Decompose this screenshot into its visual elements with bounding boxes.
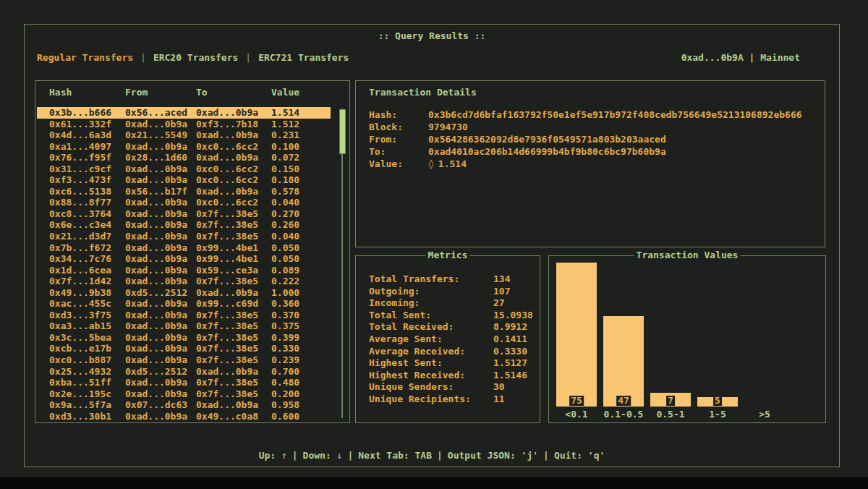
table-cell: 0xc0...b887 bbox=[49, 354, 125, 366]
metric-item: Total Received:8.9912 bbox=[369, 321, 535, 333]
table-cell: 0xad...0b9a bbox=[125, 231, 196, 242]
hint-separator: | bbox=[292, 450, 298, 461]
table-row[interactable]: 0xf3...473f0xad...0b9a0xc0...6cc20.180 bbox=[37, 174, 331, 186]
table-cell: 0x7f...38e5 bbox=[196, 219, 271, 231]
metric-label: Outgoing: bbox=[369, 286, 493, 298]
tab-regular-transfers[interactable]: Regular Transfers bbox=[37, 52, 133, 63]
chart-bar: 47 bbox=[603, 316, 644, 407]
table-row[interactable]: 0xc0...b8870xad...0b9a0x7f...38e50.239 bbox=[37, 354, 331, 366]
table-cell: 0xc0...6cc2 bbox=[196, 197, 271, 208]
metric-value: 1.5127 bbox=[493, 357, 527, 370]
table-cell: 0x21...5549 bbox=[125, 129, 196, 141]
table-cell: 1.514 bbox=[271, 107, 331, 119]
table-cell: 0.330 bbox=[271, 343, 331, 354]
chart-category-label: 0.1-0.5 bbox=[603, 409, 644, 420]
details-field-label: From: bbox=[369, 133, 428, 145]
details-field-label: Block: bbox=[369, 121, 428, 133]
table-cell: 0x3c...5bea bbox=[49, 332, 125, 344]
table-row[interactable]: 0x34...7c760xad...0b9a0x99...4be10.050 bbox=[37, 253, 331, 265]
table-row[interactable]: 0x3c...5bea0xad...0b9a0x7f...38e50.399 bbox=[37, 332, 331, 344]
table-row[interactable]: 0xa1...40970xad...0b9a0xc0...6cc20.100 bbox=[37, 141, 331, 153]
table-row[interactable]: 0x21...d3d70xad...0b9a0x7f...38e50.040 bbox=[37, 231, 331, 242]
table-cell: 0x7f...38e5 bbox=[196, 208, 271, 220]
table-cell: 0x7f...38e5 bbox=[196, 377, 271, 388]
table-cell: 0.150 bbox=[271, 163, 331, 175]
metric-value: 8.9912 bbox=[493, 321, 527, 333]
hint-separator: | bbox=[543, 450, 549, 461]
scrollbar-track[interactable] bbox=[341, 109, 343, 418]
header-row: Regular Transfers|ERC20 Transfers|ERC721… bbox=[37, 52, 800, 63]
table-row[interactable]: 0xd3...3f750xad...0b9a0x7f...38e50.370 bbox=[37, 310, 331, 321]
chart-bar: 75 bbox=[556, 263, 597, 407]
table-row[interactable]: 0x7b...f6720xad...0b9a0x99...4be10.050 bbox=[37, 242, 331, 254]
table-cell: 1.512 bbox=[271, 119, 331, 130]
table-cell: 0xad...0b9a bbox=[125, 332, 196, 344]
tab-bar: Regular Transfers|ERC20 Transfers|ERC721… bbox=[37, 52, 349, 63]
tab-erc20-transfers[interactable]: ERC20 Transfers bbox=[153, 52, 238, 63]
table-cell: 0x1d...6cea bbox=[49, 265, 125, 276]
metric-label: Total Sent: bbox=[369, 310, 493, 322]
tab-erc721-transfers[interactable]: ERC721 Transfers bbox=[258, 52, 349, 63]
table-cell: 0xad...0b9a bbox=[196, 186, 271, 197]
table-row[interactable]: 0x1d...6cea0xad...0b9a0x59...ce3a0.089 bbox=[37, 265, 331, 276]
hint-key: 'j' bbox=[522, 450, 538, 461]
table-cell: 0xc0...6cc2 bbox=[196, 141, 271, 153]
table-row[interactable]: 0x61...332f0xad...0b9a0xf3...7b181.512 bbox=[37, 119, 331, 130]
table-cell: 0x49...9b38 bbox=[49, 287, 125, 299]
table-cell: 0.040 bbox=[271, 231, 331, 242]
table-cell: 0x61...332f bbox=[49, 119, 125, 130]
table-cell: 0xba...51ff bbox=[49, 377, 125, 388]
table-cell: 0xad...0b9a bbox=[196, 129, 271, 141]
table-cell: 0xad...0b9a bbox=[125, 276, 196, 287]
table-row[interactable]: 0x2e...195c0xad...0b9a0x7f...38e50.200 bbox=[37, 388, 331, 400]
metrics-panel-title: Metrics bbox=[426, 250, 470, 260]
table-row[interactable]: 0x4d...6a3d0x21...55490xad...0b9a0.231 bbox=[37, 129, 331, 141]
table-row[interactable]: 0x49...9b380xd5...25120xad...0b9a1.000 bbox=[37, 287, 331, 299]
table-cell: 0x88...8f77 bbox=[49, 197, 125, 208]
account-separator: | bbox=[749, 52, 755, 63]
metric-label: Average Received: bbox=[369, 346, 493, 358]
table-row[interactable]: 0xcb...e17b0xad...0b9a0x7f...38e50.330 bbox=[37, 343, 331, 354]
table-row[interactable]: 0xba...51ff0xad...0b9a0x7f...38e50.480 bbox=[37, 377, 331, 388]
chart-panel-title: Transaction Values bbox=[634, 250, 741, 260]
table-row[interactable]: 0x3b...b6660x56...aced0xad...0b9a1.514 bbox=[37, 107, 331, 119]
table-row[interactable]: 0xac...455c0xad...0b9a0x99...c69d0.360 bbox=[37, 298, 331, 310]
table-cell: 0xad...0b9a bbox=[125, 320, 196, 332]
table-cell: 1.000 bbox=[271, 287, 331, 299]
tab-separator: | bbox=[140, 52, 146, 63]
scrollbar-thumb[interactable] bbox=[339, 109, 346, 154]
table-row[interactable]: 0xc8...37640xad...0b9a0x7f...38e50.270 bbox=[37, 208, 331, 220]
chart-bar-value-label: 5 bbox=[713, 396, 722, 406]
table-row[interactable]: 0xa3...ab150xad...0b9a0x7f...38e50.375 bbox=[37, 320, 331, 332]
table-cell: 0xad...0b9a bbox=[125, 377, 196, 388]
window-bottom-edge bbox=[0, 477, 868, 489]
details-field-value: 1.514 bbox=[438, 158, 467, 170]
table-cell: 0x56...aced bbox=[125, 107, 196, 119]
table-cell: 0.089 bbox=[271, 265, 331, 276]
table-row[interactable]: 0x9a...5f7a0x07...dc630xad...0b9a0.958 bbox=[37, 399, 331, 411]
table-cell: 0x7f...38e5 bbox=[196, 332, 271, 344]
table-cell: 0xd5...2512 bbox=[125, 287, 196, 299]
tab-separator: | bbox=[245, 52, 251, 63]
table-row[interactable]: 0x88...8f770xad...0b9a0xc0...6cc20.040 bbox=[37, 197, 331, 208]
metric-value: 134 bbox=[493, 273, 510, 286]
table-cell: 0xc0...6cc2 bbox=[196, 174, 271, 186]
hint-key: 'q' bbox=[588, 450, 605, 461]
chart-bar-value-label: 75 bbox=[569, 396, 584, 406]
table-row[interactable]: 0x31...c9cf0xad...0b9a0xc0...6cc20.150 bbox=[37, 163, 331, 175]
table-cell: 0xad...0b9a bbox=[125, 354, 196, 366]
table-row[interactable]: 0xc6...51380x56...b17f0xad...0b9a0.578 bbox=[37, 186, 331, 197]
table-cell: 0x28...1d60 bbox=[125, 152, 196, 163]
table-row[interactable]: 0x25...49320xd5...25120xad...0b9a0.700 bbox=[37, 366, 331, 378]
metric-item: Average Received:0.3330 bbox=[369, 346, 535, 358]
metric-label: Average Sent: bbox=[369, 333, 493, 346]
metric-item: Outgoing:107 bbox=[369, 286, 535, 298]
table-cell: 0.231 bbox=[271, 129, 331, 141]
table-row[interactable]: 0x6e...c3e40xad...0b9a0x7f...38e50.260 bbox=[37, 219, 331, 231]
table-row[interactable]: 0x76...f95f0x28...1d600xad...0b9a0.072 bbox=[37, 152, 331, 163]
table-row[interactable]: 0x7f...1d420xad...0b9a0x7f...38e50.222 bbox=[37, 276, 331, 287]
details-field-label: To: bbox=[369, 145, 428, 158]
table-cell: 0x99...4be1 bbox=[196, 242, 271, 254]
metric-item: Incoming:27 bbox=[369, 297, 535, 310]
table-row[interactable]: 0xd3...30b10xad...0b9a0x49...c0a80.600 bbox=[37, 411, 331, 422]
